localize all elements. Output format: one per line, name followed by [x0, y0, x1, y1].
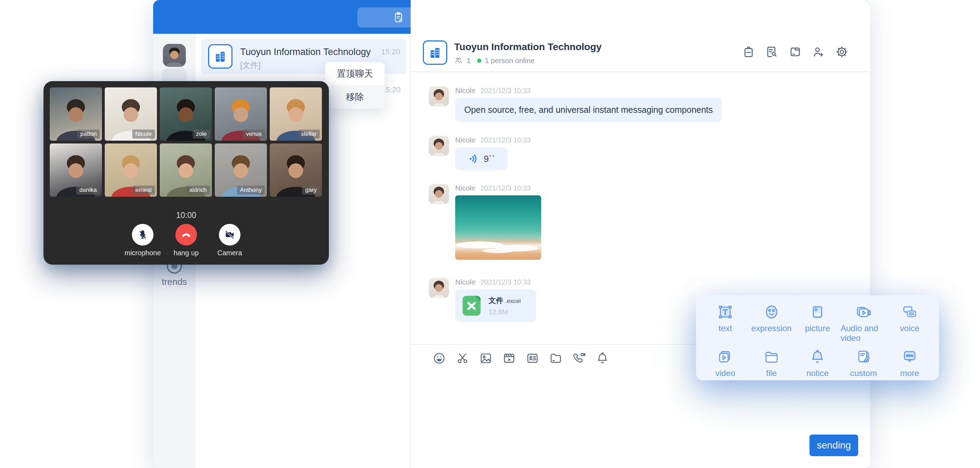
message-voice: Nicole 2021/12/3 10:33 9`` [429, 136, 531, 170]
hang-up-label: hang up [173, 249, 199, 257]
voice-duration: 9`` [484, 153, 495, 165]
sender-avatar[interactable] [429, 184, 449, 204]
file-folder-icon [763, 348, 780, 365]
message-sender: Nicole [455, 136, 476, 144]
files-icon[interactable] [789, 45, 802, 59]
sender-avatar[interactable] [429, 136, 449, 156]
expression-icon [763, 303, 780, 320]
call-controls: microphone hang up Camera [43, 224, 329, 257]
panel-item-audio-video[interactable]: Audio and video [840, 303, 886, 343]
participant-name: danika [76, 185, 100, 195]
voice-message-bubble[interactable]: 9`` [455, 147, 508, 170]
file-message-bubble[interactable]: 文件 .excel 12.8M [455, 289, 536, 322]
message-text: Nicole 2021/12/3 10:33 Open source, free… [429, 86, 722, 122]
microphone-toggle-button[interactable]: microphone [130, 224, 155, 257]
panel-item-label: picture [805, 324, 830, 333]
panel-item-label: more [900, 368, 919, 378]
participant-name: Nicole [132, 129, 155, 139]
file-size: 12.8M [488, 308, 520, 316]
message-text-content: Open source, free, and universal instant… [455, 98, 722, 122]
message-bubble[interactable]: Open source, free, and universal instant… [455, 98, 722, 122]
panel-item-label: expression [751, 324, 792, 333]
emoji-icon[interactable] [432, 351, 446, 365]
sender-avatar[interactable] [429, 278, 449, 298]
participant-name: zole [193, 129, 210, 139]
picture-icon [809, 303, 826, 320]
participant-video-tile: Nicole [105, 88, 157, 141]
participant-video-tile: patton [50, 88, 102, 141]
voice-wave-icon [468, 153, 480, 165]
contact-card-icon[interactable] [525, 351, 539, 365]
message-type-panel: text expression picture [696, 295, 939, 380]
custom-document-icon [855, 348, 872, 365]
participant-video-tile: gary [270, 144, 322, 197]
beach-photo-thumbnail[interactable] [455, 195, 541, 260]
menu-item-pin-chat[interactable]: 置顶聊天 [325, 62, 385, 85]
group-avatar [423, 40, 447, 65]
group-avatar [208, 44, 232, 69]
chat-header: Tuoyun Information Technology 1 1 person… [410, 34, 870, 72]
file-extension: .excel [505, 298, 520, 304]
folder-icon[interactable] [549, 351, 563, 365]
video-clip-icon[interactable] [502, 351, 516, 365]
panel-item-voice[interactable]: voice [887, 303, 933, 343]
participant-video-tile: Anthony [215, 144, 267, 197]
conversation-time: 15:20 [381, 47, 400, 56]
participant-name: gary [302, 185, 320, 195]
online-status: 1 person online [485, 56, 535, 65]
participant-video-tile: venus [215, 88, 267, 141]
notice-bell-icon [809, 348, 826, 365]
voice-icon [901, 303, 918, 320]
trends-label: trends [153, 276, 196, 287]
participant-name: aldrich [186, 185, 210, 195]
clipboard-edit-icon[interactable] [392, 11, 405, 24]
video-icon [717, 348, 733, 365]
search-history-icon[interactable] [765, 45, 778, 59]
screenshot-scissors-icon[interactable] [455, 351, 469, 365]
more-icon [901, 348, 918, 365]
image-icon[interactable] [479, 351, 493, 365]
participant-name: venus [243, 129, 265, 139]
notification-bell-icon[interactable] [595, 351, 609, 365]
menu-item-remove[interactable]: 移除 [325, 85, 385, 109]
message-sender: Nicole [455, 184, 476, 192]
camera-toggle-button[interactable]: Camera [218, 224, 242, 257]
message-file: Nicole 2021/12/3 10:33 文件 . [429, 278, 536, 322]
participant-grid: patton Nicole zole venus stellar danika … [50, 88, 322, 197]
add-member-icon[interactable] [812, 45, 825, 59]
panel-item-label: text [719, 324, 732, 333]
panel-item-video[interactable]: video [702, 348, 748, 378]
current-user-avatar[interactable] [163, 44, 186, 67]
panel-item-more[interactable]: more [887, 348, 933, 378]
message-image: Nicole 2021/12/3 10:33 [429, 184, 541, 260]
settings-gear-icon[interactable] [835, 45, 848, 59]
panel-item-file[interactable]: file [748, 348, 794, 378]
chat-meta: 1 1 person online [454, 56, 535, 65]
panel-item-text[interactable]: text [702, 303, 748, 343]
panel-item-custom[interactable]: custom [840, 348, 886, 378]
audio-video-icon [855, 303, 872, 320]
camera-label: Camera [217, 249, 242, 257]
hang-up-button[interactable]: hang up [174, 224, 198, 257]
panel-item-expression[interactable]: expression [748, 303, 794, 343]
panel-item-label: custom [850, 368, 877, 378]
chat-pane: Tuoyun Information Technology 1 1 person… [410, 0, 870, 468]
conversation-context-menu: 置顶聊天 移除 [325, 62, 385, 109]
conversation-last-message: [文件] [240, 60, 261, 71]
participant-video-tile: ernest [105, 144, 157, 197]
message-time: 2021/12/3 10:33 [480, 184, 531, 192]
online-dot [477, 59, 481, 63]
clipboard-icon[interactable] [742, 45, 755, 59]
microphone-label: microphone [124, 249, 161, 257]
sender-avatar[interactable] [429, 86, 449, 107]
panel-item-picture[interactable]: picture [794, 303, 840, 343]
call-phone-icon[interactable] [572, 351, 586, 365]
panel-item-notice[interactable]: notice [794, 348, 840, 378]
text-icon [717, 303, 733, 320]
message-sender: Nicole [455, 86, 476, 95]
mic-muted-icon [132, 224, 153, 246]
group-call-overlay: patton Nicole zole venus stellar danika … [43, 81, 329, 265]
participant-name: stellar [298, 129, 320, 139]
panel-item-label: voice [900, 324, 920, 333]
send-button[interactable]: sending [810, 434, 858, 456]
